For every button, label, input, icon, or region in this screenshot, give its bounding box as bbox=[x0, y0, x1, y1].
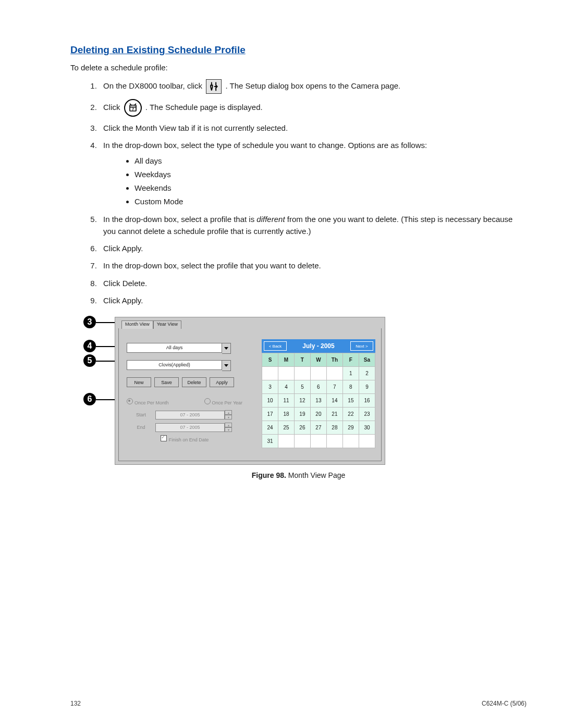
callout-5: 5 bbox=[83, 354, 96, 367]
schedule-calendar-icon: 7 bbox=[124, 99, 142, 117]
calendar-day[interactable]: 26 bbox=[294, 421, 310, 435]
new-button[interactable]: New bbox=[127, 377, 151, 387]
figure-screenshot: 3 4 5 6 Month View Year View All days bbox=[86, 317, 383, 464]
calendar-day[interactable]: 30 bbox=[359, 421, 375, 435]
start-date-input[interactable]: 07 - 2005 bbox=[155, 411, 225, 419]
page-number: 132 bbox=[70, 700, 81, 707]
steps-list: On the DX8000 toolbar, click . The Setup… bbox=[70, 79, 527, 306]
step-3: Click the Month View tab if it is not cu… bbox=[99, 122, 527, 134]
calendar-title: July - 2005 bbox=[302, 342, 334, 350]
calendar-day[interactable]: 28 bbox=[326, 421, 342, 435]
apply-button[interactable]: Apply bbox=[210, 377, 234, 387]
doc-id: C624M-C (5/06) bbox=[482, 700, 527, 707]
calendar-day[interactable]: 4 bbox=[278, 380, 294, 394]
end-spinner[interactable]: ▴▾ bbox=[225, 423, 232, 432]
step-4: In the drop-down box, select the type of… bbox=[99, 139, 527, 207]
delete-button[interactable]: Delete bbox=[182, 377, 206, 387]
chevron-down-icon[interactable] bbox=[222, 343, 231, 354]
calendar-next-button[interactable]: Next > bbox=[350, 341, 373, 351]
figure-caption: Figure 98. Month View Page bbox=[70, 471, 527, 479]
step-6: Click Apply. bbox=[99, 242, 527, 254]
calendar-day[interactable]: 22 bbox=[342, 408, 359, 421]
callout-4: 4 bbox=[83, 340, 96, 352]
calendar-day[interactable]: 31 bbox=[262, 435, 278, 448]
calendar-day[interactable]: 17 bbox=[262, 408, 278, 421]
calendar-day[interactable]: 24 bbox=[262, 421, 278, 435]
start-spinner[interactable]: ▴▾ bbox=[225, 410, 232, 419]
calendar-day[interactable]: 3 bbox=[262, 380, 278, 394]
section-title: Deleting an Existing Schedule Profile bbox=[70, 44, 527, 56]
calendar-day[interactable]: 20 bbox=[310, 408, 326, 421]
tab-year-view[interactable]: Year View bbox=[153, 320, 181, 329]
svg-text:7: 7 bbox=[132, 107, 134, 112]
calendar-day[interactable]: 11 bbox=[278, 394, 294, 408]
calendar-day[interactable]: 13 bbox=[310, 394, 326, 408]
options-list: All days Weekdays Weekends Custom Mode bbox=[103, 155, 527, 208]
calendar-day[interactable]: 7 bbox=[326, 380, 342, 394]
schedule-type-select[interactable]: All days bbox=[127, 343, 231, 354]
chevron-down-icon[interactable] bbox=[222, 360, 231, 371]
calendar-back-button[interactable]: < Back bbox=[264, 341, 287, 351]
calendar: < Back July - 2005 Next > SMTWThFSa 12 3… bbox=[262, 339, 375, 448]
callout-6: 6 bbox=[83, 393, 96, 405]
calendar-day[interactable]: 8 bbox=[342, 380, 359, 394]
calendar-day[interactable]: 2 bbox=[359, 367, 375, 380]
calendar-day[interactable]: 23 bbox=[359, 408, 375, 421]
calendar-day[interactable]: 12 bbox=[294, 394, 310, 408]
step-1: On the DX8000 toolbar, click . The Setup… bbox=[99, 79, 527, 94]
calendar-day[interactable]: 21 bbox=[326, 408, 342, 421]
calendar-day[interactable]: 27 bbox=[310, 421, 326, 435]
calendar-day[interactable]: 25 bbox=[278, 421, 294, 435]
schedule-panel: Month View Year View All days Clovis(App… bbox=[115, 317, 385, 465]
step-8: Click Delete. bbox=[99, 277, 527, 289]
step-2: Click 7 . The Schedule page is displayed… bbox=[99, 99, 527, 117]
intro-text: To delete a schedule profile: bbox=[70, 63, 527, 72]
tab-month-view[interactable]: Month View bbox=[121, 320, 153, 329]
save-button[interactable]: Save bbox=[154, 377, 179, 387]
calendar-day[interactable]: 10 bbox=[262, 394, 278, 408]
setup-tools-icon bbox=[206, 79, 222, 94]
calendar-day[interactable]: 18 bbox=[278, 408, 294, 421]
step-5: In the drop-down box, select a profile t… bbox=[99, 213, 527, 238]
calendar-day[interactable]: 6 bbox=[310, 380, 326, 394]
start-label: Start bbox=[127, 412, 155, 417]
calendar-day[interactable]: 14 bbox=[326, 394, 342, 408]
calendar-day[interactable]: 16 bbox=[359, 394, 375, 408]
radio-once-year[interactable]: Once Per Year bbox=[204, 398, 243, 405]
calendar-day[interactable]: 9 bbox=[359, 380, 375, 394]
end-label: End bbox=[127, 425, 155, 430]
radio-once-month[interactable]: Once Per Month bbox=[127, 398, 169, 405]
profile-select[interactable]: Clovis(Applied) bbox=[127, 360, 231, 371]
end-date-input[interactable]: 07 - 2005 bbox=[155, 423, 225, 432]
calendar-day[interactable]: 15 bbox=[342, 394, 359, 408]
calendar-day[interactable]: 19 bbox=[294, 408, 310, 421]
step-9: Click Apply. bbox=[99, 294, 527, 306]
calendar-day[interactable]: 5 bbox=[294, 380, 310, 394]
step-7: In the drop-down box, select the profile… bbox=[99, 260, 527, 272]
finish-checkbox[interactable]: Finish on End Date bbox=[127, 435, 242, 442]
calendar-grid: SMTWThFSa 12 3456789 10111213141516 1718… bbox=[262, 353, 375, 448]
calendar-day[interactable]: 29 bbox=[342, 421, 359, 435]
callout-3: 3 bbox=[83, 316, 96, 328]
calendar-day[interactable]: 1 bbox=[342, 367, 359, 380]
